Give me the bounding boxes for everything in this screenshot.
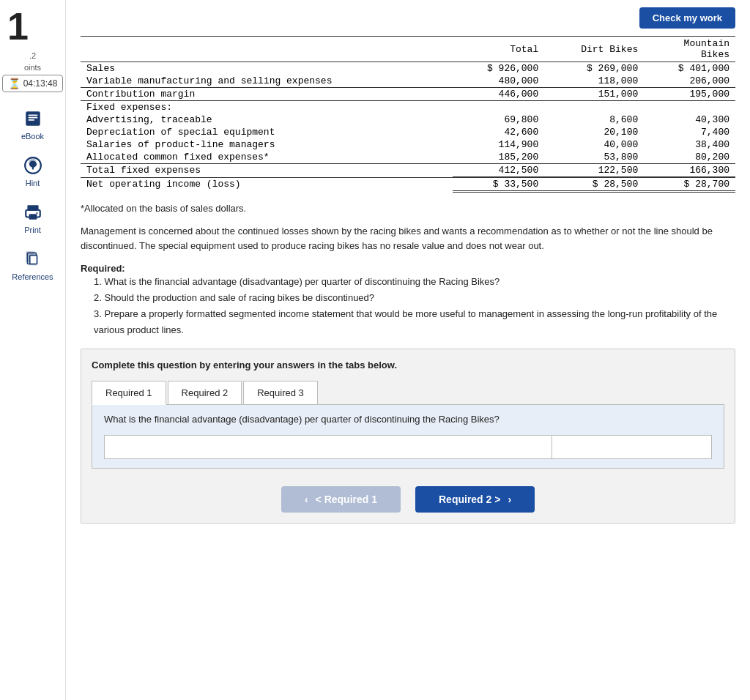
nav-buttons: ‹ < Required 1 Required 2 > › xyxy=(92,486,724,513)
answer-instruction: Complete this question by entering your … xyxy=(92,360,724,371)
check-my-work-button[interactable]: Check my work xyxy=(639,7,735,29)
list-item: Prepare a properly formatted segmented i… xyxy=(94,306,735,338)
row-dirt: 40,000 xyxy=(544,138,644,151)
sidebar-item-print[interactable]: Print xyxy=(21,201,45,234)
table-row: Depreciation of special equipment 42,600… xyxy=(81,126,735,138)
row-label: Advertising, traceable xyxy=(81,113,453,126)
description-text: Management is concerned about the contin… xyxy=(81,224,735,253)
required-list: What is the financial advantage (disadva… xyxy=(94,274,735,338)
row-total: 185,200 xyxy=(453,151,544,164)
prev-label: < Required 1 xyxy=(316,494,377,505)
row-total: 69,800 xyxy=(453,113,544,126)
row-dirt: 122,500 xyxy=(544,164,644,178)
row-total: 480,000 xyxy=(453,75,544,88)
next-required-button[interactable]: Required 2 > › xyxy=(415,486,535,513)
references-icon xyxy=(21,247,44,271)
required-label: Required: xyxy=(81,263,125,274)
required-section: Required: What is the financial advantag… xyxy=(81,263,735,338)
row-total: 42,600 xyxy=(453,126,544,138)
svg-point-11 xyxy=(36,212,37,214)
row-label: Total fixed expenses xyxy=(81,164,453,178)
points-sub: oints xyxy=(24,63,41,72)
answer-value-input[interactable] xyxy=(552,435,712,459)
list-item: What is the financial advantage (disadva… xyxy=(94,274,735,290)
table-row: Contribution margin 446,000 151,000 195,… xyxy=(81,88,735,101)
timer-value: 04:13:48 xyxy=(23,78,58,89)
row-mountain: 195,000 xyxy=(644,88,735,101)
col-dirt: Dirt Bikes xyxy=(544,37,644,62)
sidebar-item-ebook[interactable]: eBook xyxy=(21,107,45,141)
row-total: 446,000 xyxy=(453,88,544,101)
table-row: Sales $ 926,000 $ 269,000 $ 401,000 xyxy=(81,62,735,75)
print-label: Print xyxy=(24,226,41,234)
ebook-label: eBook xyxy=(21,132,44,141)
row-dirt: $ 269,000 xyxy=(544,62,644,75)
row-dirt: 8,600 xyxy=(544,113,644,126)
row-dirt: 118,000 xyxy=(544,75,644,88)
row-label: Fixed expenses: xyxy=(81,101,453,114)
row-label: Depreciation of special equipment xyxy=(81,126,453,138)
list-item: Should the production and sale of racing… xyxy=(94,290,735,306)
sidebar-item-hint[interactable]: Hint xyxy=(21,154,45,187)
row-label: Salaries of product-line managers xyxy=(81,138,453,151)
next-label: Required 2 > xyxy=(439,494,500,505)
svg-rect-15 xyxy=(30,256,37,264)
answer-text-input[interactable] xyxy=(104,435,552,459)
table-row: Allocated common fixed expenses* 185,200… xyxy=(81,151,735,164)
tab-required1[interactable]: Required 1 xyxy=(92,381,166,405)
input-row xyxy=(104,435,712,459)
timer-box: ⏳ 04:13:48 xyxy=(2,75,64,92)
row-mountain: 7,400 xyxy=(644,126,735,138)
row-mountain: $ 401,000 xyxy=(644,62,735,75)
row-mountain: 166,300 xyxy=(644,164,735,178)
problem-number: 1 xyxy=(0,7,29,45)
svg-rect-2 xyxy=(28,117,37,119)
svg-rect-1 xyxy=(28,115,37,116)
row-total: 412,500 xyxy=(453,164,544,178)
tab-content: What is the financial advantage (disadva… xyxy=(92,404,724,469)
row-total: 114,900 xyxy=(453,138,544,151)
row-label: Variable manufacturing and selling expen… xyxy=(81,75,453,88)
answer-container: Complete this question by entering your … xyxy=(81,349,735,524)
col-total: Total xyxy=(453,37,544,62)
tabs-row: Required 1 Required 2 Required 3 xyxy=(92,381,724,405)
row-dirt: 20,100 xyxy=(544,126,644,138)
print-icon xyxy=(21,201,45,224)
row-mountain: 40,300 xyxy=(644,113,735,126)
svg-rect-0 xyxy=(26,111,40,126)
svg-rect-3 xyxy=(28,119,34,121)
sidebar-item-references[interactable]: References xyxy=(12,247,53,281)
net-total: $ 33,500 xyxy=(453,177,544,192)
hint-icon xyxy=(21,154,45,177)
row-total: $ 926,000 xyxy=(453,62,544,75)
row-dirt: 53,800 xyxy=(544,151,644,164)
table-row: Advertising, traceable 69,800 8,600 40,3… xyxy=(81,113,735,126)
timer-icon: ⏳ xyxy=(8,78,21,89)
col-mountain: MountainBikes xyxy=(644,37,735,62)
table-row: Variable manufacturing and selling expen… xyxy=(81,75,735,88)
table-row: Fixed expenses: xyxy=(81,101,735,114)
tab-required3[interactable]: Required 3 xyxy=(243,381,318,405)
main-content: Check my work Total Dirt Bikes MountainB… xyxy=(66,0,750,700)
row-label: Sales xyxy=(81,62,453,75)
table-row-net: Net operating income (loss) $ 33,500 $ 2… xyxy=(81,177,735,192)
allocated-note: *Allocated on the basis of sales dollars… xyxy=(81,203,735,214)
row-mountain: 206,000 xyxy=(644,75,735,88)
row-label: Contribution margin xyxy=(81,88,453,101)
next-icon: › xyxy=(508,494,511,505)
table-row: Total fixed expenses 412,500 122,500 166… xyxy=(81,164,735,178)
prev-icon: ‹ xyxy=(305,494,308,505)
tab-required2[interactable]: Required 2 xyxy=(168,381,242,405)
sidebar: 1 .2 oints ⏳ 04:13:48 eBook Hint Print R… xyxy=(0,0,66,700)
hint-label: Hint xyxy=(26,179,40,187)
financial-table: Total Dirt Bikes MountainBikes Sales $ 9… xyxy=(81,36,735,193)
net-dirt: $ 28,500 xyxy=(544,177,644,192)
tab-question: What is the financial advantage (disadva… xyxy=(104,414,712,425)
references-label: References xyxy=(12,272,53,281)
prev-required-button[interactable]: ‹ < Required 1 xyxy=(281,486,401,513)
net-income-label: Net operating income (loss) xyxy=(81,177,453,192)
row-label: Allocated common fixed expenses* xyxy=(81,151,453,164)
row-dirt: 151,000 xyxy=(544,88,644,101)
row-mountain: 80,200 xyxy=(644,151,735,164)
ebook-icon xyxy=(21,107,45,130)
